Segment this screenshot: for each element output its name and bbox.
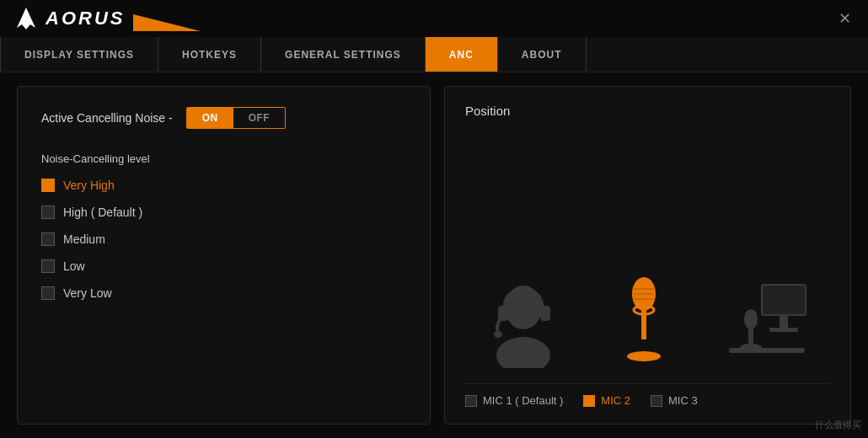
level-medium[interactable]: Medium [41,232,406,246]
radio-very-high-text: Very High [63,179,115,192]
mic2-select[interactable]: MIC 2 [583,394,630,407]
mic-select-row: MIC 1 ( Default ) MIC 2 MIC 3 [465,383,830,407]
watermark-text: 什么值得买 [815,419,861,431]
anc-label: Active Cancelling Noise - [41,111,173,125]
mic2-label: MIC 2 [601,394,630,407]
mic1-select[interactable]: MIC 1 ( Default ) [465,394,563,407]
watermark: 什么值得买 [815,419,861,431]
left-panel: Active Cancelling Noise - ON OFF Noise-C… [17,86,431,425]
mic2-illustration[interactable] [619,275,669,368]
radio-high-text: High ( Default ) [63,206,142,219]
svg-point-17 [744,309,758,329]
stand-mic-icon [619,275,669,368]
svg-point-2 [496,337,550,368]
nav-general-settings[interactable]: GENERAL SETTINGS [261,37,426,72]
nav-hotkeys[interactable]: HOTKEYS [158,37,261,72]
radio-high-box [41,206,55,219]
mic1-label: MIC 1 ( Default ) [483,394,563,407]
mic3-checkbox [651,395,662,407]
titlebar: AORUS ✕ [0,0,868,37]
mic3-select[interactable]: MIC 3 [651,394,698,407]
mic3-illustration[interactable] [712,275,813,368]
toggle-off-button[interactable]: OFF [233,108,286,128]
nav-anc[interactable]: ANC [426,37,498,72]
radio-low-box [41,259,55,273]
mic1-illustration[interactable] [483,275,576,368]
svg-rect-14 [763,286,805,314]
anc-toggle-row: Active Cancelling Noise - ON OFF [41,107,406,129]
radio-medium-box [41,232,55,246]
radio-low-text: Low [63,259,85,273]
svg-point-5 [494,331,502,338]
logo-chevron-accent [133,14,201,31]
headset-icon [483,275,576,368]
svg-marker-0 [17,8,35,29]
svg-rect-16 [769,328,798,332]
mic-illustrations [465,126,830,377]
logo-text: AORUS [46,8,125,29]
toggle-group: ON OFF [186,107,287,129]
radio-very-low-box [41,286,55,300]
desktop-mic-icon [712,275,813,368]
radio-very-high-box [41,179,55,192]
nav-about[interactable]: ABOUT [498,37,587,72]
radio-very-low-text: Very Low [63,286,112,300]
close-button[interactable]: ✕ [833,8,856,29]
toggle-on-button[interactable]: ON [187,108,233,128]
svg-rect-4 [540,306,550,321]
main-content: Active Cancelling Noise - ON OFF Noise-C… [0,72,868,438]
level-high[interactable]: High ( Default ) [41,206,406,219]
logo-area: AORUS [12,4,201,33]
aorus-wing-icon [12,4,40,33]
mic3-label: MIC 3 [668,394,698,407]
level-very-low[interactable]: Very Low [41,286,406,300]
mic1-checkbox [465,395,477,407]
nc-level-label: Noise-Cancelling level [41,152,406,165]
svg-rect-15 [780,316,788,329]
mic2-checkbox [583,395,595,407]
navbar: DISPLAY SETTINGS HOTKEYS GENERAL SETTING… [0,37,868,72]
radio-medium-text: Medium [63,232,105,246]
svg-rect-20 [729,348,805,353]
nav-display-settings[interactable]: DISPLAY SETTINGS [0,37,158,72]
right-panel: Position [444,86,851,425]
level-low[interactable]: Low [41,259,406,273]
position-label: Position [465,104,830,118]
level-very-high[interactable]: Very High [41,179,406,192]
svg-point-11 [627,351,661,361]
